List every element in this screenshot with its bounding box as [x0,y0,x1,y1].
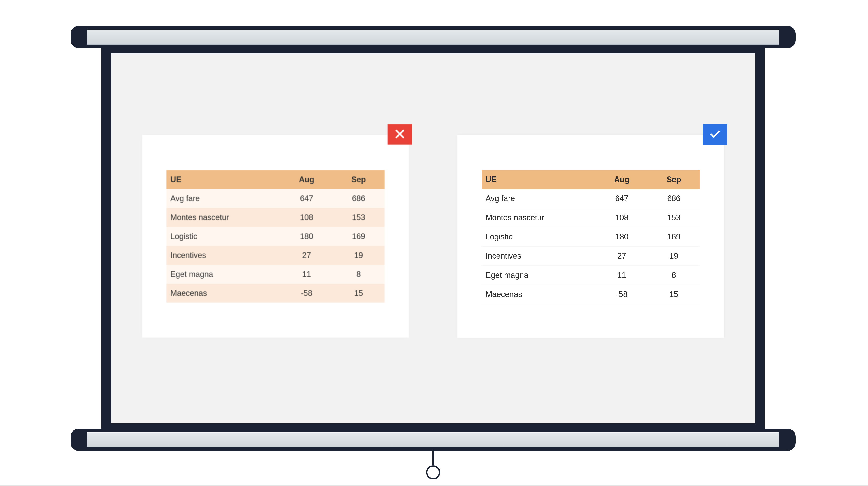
cell: 686 [648,189,700,208]
bar-endcap-right [779,429,796,451]
table-row: Incentives 27 19 [166,246,384,265]
pull-ring [426,465,440,479]
stage: UE Aug Sep Avg fare 647 686 [0,0,868,486]
table-title: UE [482,170,596,189]
table-row: Logistic 180 169 [166,227,384,246]
cell: 19 [333,246,384,265]
table-row: Avg fare 647 686 [166,189,384,208]
screen-border: UE Aug Sep Avg fare 647 686 [101,48,765,429]
row-label: Logistic [166,227,281,246]
cell: 153 [333,208,384,227]
bad-example-table: UE Aug Sep Avg fare 647 686 [166,170,384,303]
table-row: Maecenas -58 15 [482,285,700,304]
col-header: Aug [596,170,648,189]
row-label: Eget magna [166,265,281,284]
good-example-table: UE Aug Sep Avg fare 647 686 [482,170,700,304]
table-title: UE [166,170,281,189]
cell: 15 [648,285,700,304]
col-header: Sep [648,170,700,189]
row-label: Montes nascetur [166,208,281,227]
pull-cord [426,451,440,479]
cell: 19 [648,247,700,266]
col-header: Aug [281,170,333,189]
cell: 180 [596,227,648,247]
row-label: Logistic [482,227,596,247]
check-icon [709,128,721,141]
bar-endcap-left [70,429,87,451]
row-label: Montes nascetur [482,208,596,227]
table-row: Montes nascetur 108 153 [482,208,700,227]
screen-wrap: UE Aug Sep Avg fare 647 686 [101,48,765,429]
cell: 153 [648,208,700,227]
cell: 647 [281,189,333,208]
table-row: Montes nascetur 108 153 [166,208,384,227]
cell: 15 [333,284,384,303]
good-example-card: UE Aug Sep Avg fare 647 686 [457,135,724,337]
cell: 108 [281,208,333,227]
cell: 169 [333,227,384,246]
bar-endcap-right [779,26,796,48]
comparison-cards: UE Aug Sep Avg fare 647 686 [111,135,755,337]
table-row: Eget magna 11 8 [482,266,700,285]
row-label: Incentives [482,247,596,266]
cell: 27 [281,246,333,265]
col-header: Sep [333,170,384,189]
cell: 108 [596,208,648,227]
row-label: Eget magna [482,266,596,285]
bar-mid [87,429,779,451]
row-label: Maecenas [482,285,596,304]
screen-canvas: UE Aug Sep Avg fare 647 686 [111,53,755,423]
bad-badge [388,124,412,144]
cell: 647 [596,189,648,208]
cell: 686 [333,189,384,208]
projector-top-bar [70,26,796,48]
table-row: Logistic 180 169 [482,227,700,247]
cell: 11 [281,265,333,284]
cross-icon [394,128,406,141]
table-row: Incentives 27 19 [482,247,700,266]
cell: 180 [281,227,333,246]
cell: -58 [281,284,333,303]
pull-line [432,451,434,465]
table-header-row: UE Aug Sep [166,170,384,189]
cell: 8 [333,265,384,284]
good-badge [703,124,727,144]
cell: -58 [596,285,648,304]
table-row: Avg fare 647 686 [482,189,700,208]
bar-endcap-left [70,26,87,48]
cell: 11 [596,266,648,285]
cell: 169 [648,227,700,247]
row-label: Avg fare [166,189,281,208]
cell: 8 [648,266,700,285]
row-label: Incentives [166,246,281,265]
table-row: Eget magna 11 8 [166,265,384,284]
bar-mid [87,26,779,48]
cell: 27 [596,247,648,266]
row-label: Avg fare [482,189,596,208]
table-header-row: UE Aug Sep [482,170,700,189]
projector-screen-illustration: UE Aug Sep Avg fare 647 686 [70,26,796,451]
projector-bottom-bar [70,429,796,451]
bad-example-card: UE Aug Sep Avg fare 647 686 [142,135,409,337]
row-label: Maecenas [166,284,281,303]
table-row: Maecenas -58 15 [166,284,384,303]
